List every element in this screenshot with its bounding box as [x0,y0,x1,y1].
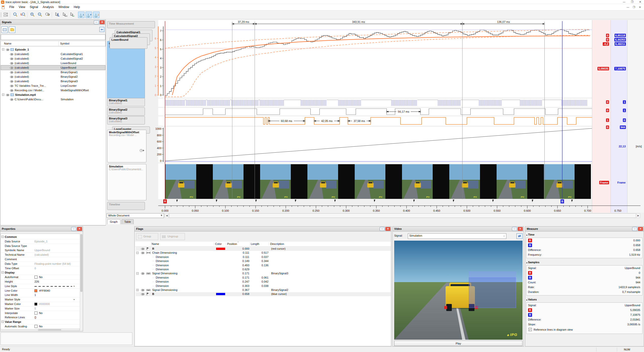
card-binarysignal1[interactable]: BinarySignal1(calculated) [107,98,145,106]
flag-row-b[interactable]: B0.658(blue cursor) [136,292,391,296]
column-header-symbol[interactable]: Symbol [60,42,69,45]
mdi-restore-icon[interactable]: ❐ [631,5,637,10]
signal-row-binarysignal2[interactable]: (calculated)BinarySignal2 [1,74,105,79]
cursor-add-button[interactable] [69,12,75,18]
flag-row-dimension[interactable]: Dimension···0.1710.061 [136,276,391,280]
visibility-eye-icon[interactable] [141,273,144,275]
signal-row-upperbound[interactable]: (calculated)UpperBound [1,65,105,70]
tab-graph[interactable]: Graph [107,219,120,224]
group-folder-button[interactable] [9,26,15,33]
ungroup-button[interactable]: Ungroup [160,233,185,240]
column-header-name[interactable]: Name [152,242,214,245]
signal-row-calculatedsignal1[interactable]: (calculated)CalculatedSignal1 [1,52,105,56]
signal-row-simulation-mp4[interactable]: −Simulation.mp4 [1,93,105,97]
flag-row-r[interactable]: R0.000(red cursor) [136,247,391,251]
signal-row-loopcounter[interactable]: TC Variables Trace_Tre...LoopCounter [1,83,105,88]
close-icon[interactable]: ✕ [77,227,82,231]
property-row-time-offset[interactable]: Time Offset0 [1,266,80,271]
card-binarysignal2[interactable]: BinarySignal2(calculated) [107,107,145,116]
video-panel-header[interactable]: Video — ✕ [393,227,524,232]
minimize-icon[interactable]: — [620,0,628,4]
visibility-eye-icon[interactable] [141,248,144,250]
upperbound-card[interactable]: UpperBound (calculated) [107,41,145,98]
visibility-eye-icon[interactable] [10,76,13,78]
scrollbar-thumb[interactable] [169,213,636,218]
visibility-eye-icon[interactable] [141,252,144,254]
flag-row-dimension[interactable]: Dimension···0.1490.344 [136,259,391,263]
flag-row-dimension[interactable]: Dimension···0.4930.136 [136,263,391,268]
signals-panel-header[interactable]: Signals — ✕ [0,20,105,25]
property-row-autoformat[interactable]: AutoformatNo [1,275,80,280]
column-header-length[interactable]: Length [251,242,269,245]
red-cursor-handle[interactable] [163,199,167,203]
flag-row-dimension[interactable]: Dimension···0.3030.038 [136,284,391,288]
signal-row-binarysignal1[interactable]: (calculated)BinarySignal1 [1,70,105,74]
flag-row-dimension[interactable]: Dimension···0.1110.037 [136,255,391,259]
video-thumbnail[interactable]: IPG [497,164,527,199]
signal-row-simulation[interactable]: C:\Users\Public\Docu...Simulation [1,97,105,102]
checkbox[interactable] [34,276,37,279]
modelsignal-card[interactable]: ModelSignalWithOffset Recording.csv / Mo… [107,130,146,162]
checkbox-checked[interactable]: ✓ [529,328,532,331]
measure-section-samples[interactable]: Samples [526,261,642,264]
signal-row-calculatedsignal2[interactable]: (calculated)CalculatedSignal2 [1,56,105,61]
expander-icon[interactable]: + [136,289,139,291]
close-icon[interactable]: ✕ [100,20,105,24]
stacked-card-lowerbound[interactable]: LowerBound [110,37,147,49]
menu-item-file[interactable]: File [7,4,16,10]
clock-play-icon[interactable] [140,149,145,152]
visibility-eye-icon[interactable] [141,289,144,291]
video-thumbnail[interactable]: IPG [213,164,244,199]
minimize-icon[interactable]: — [94,20,99,24]
property-row-display[interactable]: −Display [1,271,80,275]
flag-row-dimension[interactable]: Dimension···0.2470.042 [136,280,391,284]
video-thumbnail[interactable]: IPG [355,164,385,199]
expander-icon[interactable]: − [136,252,139,254]
zoom-out-button[interactable]: − [37,12,43,18]
video-thumbnail[interactable]: IPG [307,164,338,199]
visibility-eye-icon[interactable] [10,67,13,69]
blue-cursor-handle[interactable] [560,199,564,203]
zoom-in-button[interactable]: + [29,12,36,18]
minimize-icon[interactable]: — [512,227,517,231]
signal-filter-input[interactable] [1,34,105,40]
timeline-card[interactable]: Timeline [107,202,145,210]
mdi-close-icon[interactable]: ✕ [637,5,643,10]
property-row-reference-lines[interactable]: Reference Lines{} [1,315,80,320]
minimize-icon[interactable]: — [632,227,637,231]
signal-row-lowerbound[interactable]: (calculated)LowerBound [1,61,105,65]
signal-row-episode-1[interactable]: −Episode_1 [1,47,105,52]
tab-table[interactable]: Table [122,219,134,224]
close-icon[interactable]: ✕ [385,227,390,231]
property-row-technical-name[interactable]: Technical Name(calculated) [1,253,80,257]
visibility-eye-icon[interactable] [10,80,13,82]
video-thumbnail[interactable]: IPG [544,164,575,199]
measure-section-time[interactable]: Time [526,233,642,236]
zoom-fit-button[interactable] [12,12,19,18]
play-button[interactable]: Play [394,341,522,346]
column-header-name[interactable]: Name [4,42,11,45]
close-icon[interactable]: ✕ [638,227,643,231]
signals-table-header[interactable]: Name Symbol [1,41,105,46]
simulation-card[interactable]: Simulation C:\Users\Public\Documents\t..… [107,164,146,200]
arrange-windows-button[interactable] [3,12,9,18]
visibility-eye-icon[interactable] [10,85,13,87]
property-row-line-color[interactable]: Line Color#FF8040 [1,289,80,293]
expander-icon[interactable]: − [136,272,139,275]
minimize-icon[interactable]: — [71,227,76,231]
anchor-1-button[interactable]: ⚓1 [78,12,85,18]
property-row-data-source-type[interactable]: Data Source Type [1,244,80,248]
zoom-previous-button[interactable]: L [20,12,26,18]
signal-row-modelsignalwithoffset[interactable]: Recording.csv / Model...ModelSignalWithO… [1,88,105,93]
minimize-icon[interactable]: — [380,227,385,231]
mdi-minimize-icon[interactable]: — [625,5,631,10]
property-row-common[interactable]: −Common [1,235,80,239]
card-binarysignal3[interactable]: BinarySignal3(calculated) [107,116,145,124]
close-icon[interactable]: ✕ [636,0,644,4]
property-row-line-width[interactable]: Line Width1 [1,293,80,297]
property-row-marker-color[interactable]: Marker Color#000000 [1,302,80,306]
flag-row-signal-dimensioning[interactable]: +Signal Dimensioning0.367BinarySignal2 [136,288,391,292]
property-row-comment[interactable]: Comment [1,257,80,262]
expander-icon[interactable]: − [2,94,4,96]
anchor-value-button[interactable]: ⚓▯ [93,12,100,18]
